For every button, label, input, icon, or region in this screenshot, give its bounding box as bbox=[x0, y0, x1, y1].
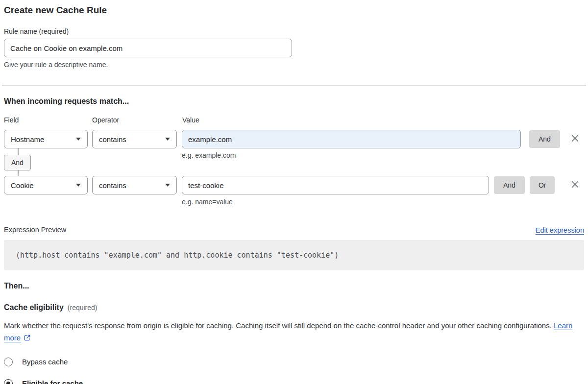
operator-select[interactable]: contains bbox=[92, 130, 177, 148]
chevron-down-icon bbox=[76, 184, 81, 187]
cache-eligibility-description: Mark whether the request’s response from… bbox=[4, 319, 584, 345]
condition-connector-zone: And e.g. example.com bbox=[4, 148, 584, 176]
create-cache-rule-page: Create new Cache Rule Rule name (require… bbox=[0, 0, 588, 384]
condition-connector-and-button[interactable]: And bbox=[4, 155, 31, 170]
rule-name-input[interactable] bbox=[4, 39, 292, 57]
radio-dot bbox=[6, 382, 10, 384]
field-select[interactable]: Cookie bbox=[4, 176, 88, 194]
and-button[interactable]: And bbox=[529, 130, 560, 148]
chevron-down-icon bbox=[165, 184, 170, 187]
chevron-down-icon bbox=[165, 138, 170, 141]
expression-code-block: (http.host contains "example.com" and ht… bbox=[4, 240, 584, 270]
rule-name-label: Rule name (required) bbox=[4, 27, 584, 36]
or-button[interactable]: Or bbox=[530, 176, 555, 194]
expression-preview-header: Expression Preview Edit expression bbox=[4, 225, 584, 234]
external-link-icon bbox=[24, 333, 31, 345]
field-select-value: Hostname bbox=[11, 135, 44, 144]
value-input[interactable] bbox=[182, 176, 489, 194]
operator-select[interactable]: contains bbox=[92, 176, 177, 194]
then-heading: Then... bbox=[4, 281, 584, 291]
operator-column-label: Operator bbox=[92, 116, 182, 124]
close-icon bbox=[570, 134, 580, 144]
match-heading: When incoming requests match... bbox=[4, 96, 584, 106]
field-select[interactable]: Hostname bbox=[4, 130, 88, 148]
field-select-value: Cookie bbox=[11, 181, 34, 190]
field-column-label: Field bbox=[4, 116, 92, 124]
expression-preview-label: Expression Preview bbox=[4, 225, 66, 234]
radio-label: Eligible for cache bbox=[22, 379, 83, 384]
value-hint: e.g. name=value bbox=[182, 197, 584, 206]
connector-line bbox=[18, 170, 19, 176]
condition-row-1: Hostname contains And bbox=[4, 130, 584, 148]
radio-unselected-icon[interactable] bbox=[4, 358, 13, 366]
and-button[interactable]: And bbox=[494, 176, 525, 194]
rule-name-helper: Give your rule a descriptive name. bbox=[4, 60, 584, 69]
condition-column-labels: Field Operator Value bbox=[4, 116, 584, 124]
description-text: Mark whether the request’s response from… bbox=[4, 321, 554, 330]
chevron-down-icon bbox=[76, 138, 81, 141]
section-divider bbox=[2, 85, 586, 86]
operator-select-value: contains bbox=[99, 135, 126, 144]
radio-label: Bypass cache bbox=[22, 357, 68, 366]
edit-expression-link[interactable]: Edit expression bbox=[536, 226, 584, 234]
remove-condition-button[interactable] bbox=[569, 133, 581, 145]
radio-option-bypass-cache[interactable]: Bypass cache bbox=[4, 357, 68, 366]
cache-eligibility-heading-row: Cache eligibility (required) bbox=[4, 303, 584, 312]
connector-line bbox=[18, 148, 19, 155]
condition-row-2: Cookie contains And Or bbox=[4, 176, 584, 194]
value-hint: e.g. example.com bbox=[182, 151, 236, 159]
value-column-label: Value bbox=[182, 116, 199, 124]
operator-select-value: contains bbox=[99, 181, 126, 190]
cache-eligibility-heading: Cache eligibility bbox=[4, 303, 64, 312]
radio-option-eligible-for-cache[interactable]: Eligible for cache bbox=[4, 379, 83, 384]
radio-selected-icon[interactable] bbox=[4, 379, 13, 384]
page-title: Create new Cache Rule bbox=[4, 4, 584, 17]
required-tag: (required) bbox=[68, 304, 98, 312]
close-icon bbox=[570, 180, 580, 191]
remove-condition-button[interactable] bbox=[569, 179, 581, 191]
value-input[interactable] bbox=[182, 130, 521, 148]
